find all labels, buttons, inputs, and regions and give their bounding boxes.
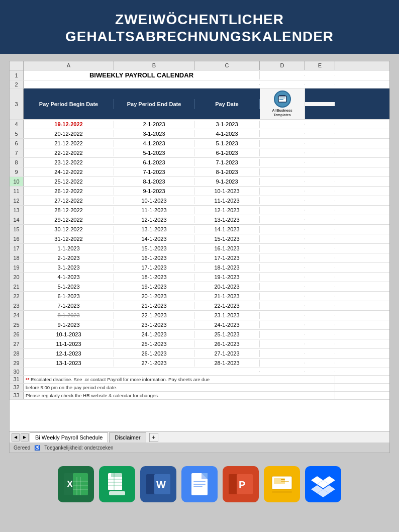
slides-svg	[267, 469, 297, 499]
svg-text:W: W	[156, 479, 166, 490]
cell-begin-27: 11-1-2023	[24, 340, 114, 347]
spreadsheet-container: A B C D E 1 BIWEEKLY PAYROLL CALENDAR 2 …	[9, 61, 390, 453]
cell-pay-22: 21-1-2023	[194, 293, 260, 300]
cell-e-12	[305, 200, 335, 201]
table-row: 25 9-1-2023 23-1-2023 24-1-2023	[10, 320, 389, 330]
cell-begin-7: 22-12-2022	[24, 149, 114, 156]
header-pay-date: Pay Date	[194, 99, 260, 109]
cell-pay-10: 9-1-2023	[194, 178, 260, 185]
row-num-19: 19	[10, 263, 24, 272]
word-icon[interactable]: W	[140, 466, 176, 502]
cell-begin-26: 10-1-2023	[24, 331, 114, 338]
cell-e-23	[305, 305, 335, 306]
row-num-26: 26	[10, 330, 24, 339]
cell-end-10: 8-1-2023	[114, 178, 194, 185]
data-rows: 4 19-12-2022 2-1-2023 3-1-2023 5 20-12-2…	[10, 120, 389, 368]
cell-1e	[305, 75, 335, 76]
row-num-2: 2	[10, 80, 24, 88]
docs-svg	[184, 469, 215, 499]
accessibility-text: Toegankelijkheid: onderzoeken	[44, 445, 113, 451]
sheets-icon[interactable]	[99, 466, 135, 502]
cell-end-27: 25-1-2023	[114, 340, 194, 347]
cell-d-4	[260, 124, 305, 125]
status-sheet: Gereed	[14, 445, 30, 451]
word-svg: W	[143, 469, 173, 499]
svg-rect-31	[193, 486, 203, 487]
cell-begin-4: 19-12-2022	[24, 121, 114, 128]
dropbox-icon[interactable]	[305, 466, 341, 502]
cell-e-17	[305, 248, 335, 249]
slides-icon[interactable]	[264, 466, 300, 502]
tab-disclaimer[interactable]: Disclaimer	[109, 432, 146, 442]
cell-d-15	[260, 229, 305, 230]
cell-end-8: 6-1-2023	[114, 159, 194, 166]
dropbox-svg	[308, 469, 338, 499]
tab-add-button[interactable]: +	[149, 433, 158, 442]
tab-nav-next[interactable]: ▶	[21, 433, 29, 441]
row-num-12: 12	[10, 196, 24, 205]
cell-pay-21: 20-1-2023	[194, 283, 260, 290]
table-row: 22 6-1-2023 20-1-2023 21-1-2023	[10, 292, 389, 301]
cell-begin-13: 28-12-2022	[24, 207, 114, 214]
table-row: 7 22-12-2022 5-1-2023 6-1-2023	[10, 148, 389, 158]
row-num-25: 25	[10, 320, 24, 329]
excel-icon[interactable]: X	[58, 466, 94, 502]
tab-nav-prev[interactable]: ◀	[12, 433, 20, 441]
cell-begin-6: 21-12-2022	[24, 140, 114, 147]
cell-pay-18: 17-1-2023	[194, 254, 260, 261]
header-line1: ZWEIWÖCHENTLICHER	[10, 11, 389, 28]
cell-pay-29: 28-1-2023	[194, 360, 260, 367]
svg-rect-41	[281, 479, 285, 480]
cell-d-21	[260, 286, 305, 287]
table-row: 14 29-12-2022 12-1-2023 13-1-2023	[10, 215, 389, 225]
cell-end-29: 27-1-2023	[114, 360, 194, 367]
table-row: 6 21-12-2022 4-1-2023 5-1-2023	[10, 139, 389, 148]
table-row: 8 23-12-2022 6-1-2023 7-1-2023	[10, 158, 389, 167]
cell-1d	[260, 75, 305, 76]
row-num-3: 3	[10, 88, 24, 119]
tab-biweekly-payroll[interactable]: Bi Weekly Payroll Schedule	[30, 432, 108, 442]
cell-end-9: 7-1-2023	[114, 168, 194, 175]
powerpoint-icon[interactable]: P	[223, 466, 259, 502]
table-row: 15 30-12-2022 13-1-2023 14-1-2023	[10, 225, 389, 234]
cell-begin-9: 24-12-2022	[24, 168, 114, 175]
cell-d-24	[260, 315, 305, 316]
cell-d-26	[260, 334, 305, 335]
row-num-10: 10	[10, 177, 24, 186]
cell-pay-12: 11-1-2023	[194, 197, 260, 204]
cell-end-25: 23-1-2023	[114, 321, 194, 328]
row-num-30: 30	[10, 368, 24, 375]
ppt-svg: P	[226, 469, 256, 499]
col-a-header: A	[24, 61, 114, 70]
cell-pay-7: 6-1-2023	[194, 149, 260, 156]
svg-text:X: X	[67, 479, 73, 489]
cell-d-10	[260, 181, 305, 182]
table-header-row: 3 Pay Period Begin Date Pay Period End D…	[10, 88, 389, 120]
cell-begin-16: 31-12-2022	[24, 235, 114, 242]
table-row: 27 11-1-2023 25-1-2023 26-1-2023	[10, 339, 389, 349]
cell-begin-29: 13-1-2023	[24, 360, 114, 367]
header-begin-date: Pay Period Begin Date	[24, 99, 114, 109]
cell-d-18	[260, 257, 305, 258]
cell-pay-16: 15-1-2023	[194, 235, 260, 242]
table-row: 13 28-12-2022 11-1-2023 12-1-2023	[10, 206, 389, 215]
cell-d-23	[260, 305, 305, 306]
table-row: 5 20-12-2022 3-1-2023 4-1-2023	[10, 129, 389, 139]
row-num-8: 8	[10, 158, 24, 167]
cell-d-11	[260, 191, 305, 192]
cell-pay-17: 16-1-2023	[194, 245, 260, 252]
cell-e-10	[305, 181, 335, 182]
cell-begin-15: 30-12-2022	[24, 226, 114, 233]
cell-pay-9: 8-1-2023	[194, 168, 260, 175]
row-num-9: 9	[10, 167, 24, 176]
cell-end-22: 20-1-2023	[114, 293, 194, 300]
cell-end-17: 15-1-2023	[114, 245, 194, 252]
cell-end-28: 26-1-2023	[114, 350, 194, 357]
cell-end-11: 9-1-2023	[114, 188, 194, 195]
svg-rect-29	[193, 481, 206, 482]
table-row: 4 19-12-2022 2-1-2023 3-1-2023	[10, 120, 389, 129]
row-num-23: 23	[10, 301, 24, 310]
cell-d-9	[260, 171, 305, 172]
cell-end-18: 16-1-2023	[114, 254, 194, 261]
docs-icon[interactable]	[181, 466, 218, 502]
